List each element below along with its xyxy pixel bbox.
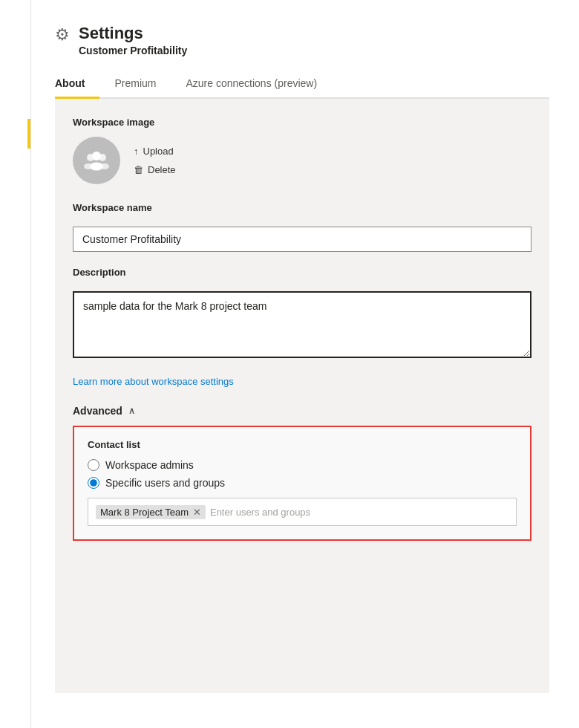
avatar-icon (80, 144, 113, 177)
settings-title: Settings (79, 24, 187, 43)
radio-workspace-admins-label: Workspace admins (105, 459, 194, 471)
workspace-name-section: Workspace name (73, 202, 531, 252)
radio-specific-users-input[interactable] (88, 477, 99, 489)
avatar (73, 137, 120, 184)
workspace-subtitle: Customer Profitability (79, 45, 187, 56)
left-sidebar (0, 0, 31, 728)
description-section: Description sample data for the Mark 8 p… (73, 267, 531, 361)
radio-workspace-admins[interactable]: Workspace admins (88, 459, 517, 471)
delete-label: Delete (148, 164, 176, 175)
upload-icon: ↑ (134, 146, 139, 157)
user-tag-mark8: Mark 8 Project Team ✕ (96, 505, 206, 519)
workspace-name-label: Workspace name (73, 202, 531, 213)
tab-azure[interactable]: Azure connections (preview) (171, 70, 332, 99)
users-input-placeholder: Enter users and groups (210, 507, 310, 518)
contact-list-label: Contact list (88, 439, 517, 450)
page-container: ⚙ Settings Customer Profitability About … (0, 0, 579, 728)
advanced-label: Advanced (73, 405, 122, 417)
gear-icon: ⚙ (55, 25, 70, 45)
workspace-image-label: Workspace image (73, 117, 531, 128)
radio-specific-users[interactable]: Specific users and groups (88, 477, 517, 489)
description-textarea[interactable]: sample data for the Mark 8 project team (73, 291, 531, 358)
advanced-section: Advanced ∧ Contact list Workspace admins… (73, 405, 531, 541)
advanced-chevron-icon: ∧ (128, 406, 135, 416)
delete-button[interactable]: 🗑 Delete (134, 163, 176, 177)
user-tag-remove-icon[interactable]: ✕ (193, 507, 201, 518)
sidebar-accent (27, 119, 30, 149)
tabs-bar: About Premium Azure connections (preview… (55, 70, 549, 99)
main-content: ⚙ Settings Customer Profitability About … (31, 0, 579, 728)
contact-list-box: Contact list Workspace admins Specific u… (73, 426, 531, 541)
tab-premium[interactable]: Premium (99, 70, 171, 99)
advanced-header[interactable]: Advanced ∧ (73, 405, 531, 417)
workspace-image-row: ↑ Upload 🗑 Delete (73, 137, 531, 184)
radio-specific-users-label: Specific users and groups (105, 477, 225, 489)
upload-label: Upload (143, 146, 174, 157)
workspace-name-input[interactable] (73, 227, 531, 252)
tab-about[interactable]: About (55, 70, 99, 99)
image-actions: ↑ Upload 🗑 Delete (134, 144, 176, 177)
users-input-row[interactable]: Mark 8 Project Team ✕ Enter users and gr… (88, 498, 517, 526)
description-label: Description (73, 267, 531, 278)
svg-point-6 (100, 163, 109, 169)
svg-point-5 (84, 163, 93, 169)
radio-workspace-admins-input[interactable] (88, 459, 99, 471)
delete-icon: 🗑 (134, 164, 143, 175)
settings-header: ⚙ Settings Customer Profitability (55, 24, 549, 56)
header-text: Settings Customer Profitability (79, 24, 187, 56)
user-tag-label: Mark 8 Project Team (100, 507, 189, 518)
workspace-image-section: Workspace image (73, 117, 531, 184)
learn-more-link[interactable]: Learn more about workspace settings (73, 376, 234, 387)
svg-point-3 (92, 152, 101, 160)
upload-button[interactable]: ↑ Upload (134, 144, 176, 158)
content-area: Workspace image (55, 99, 549, 693)
